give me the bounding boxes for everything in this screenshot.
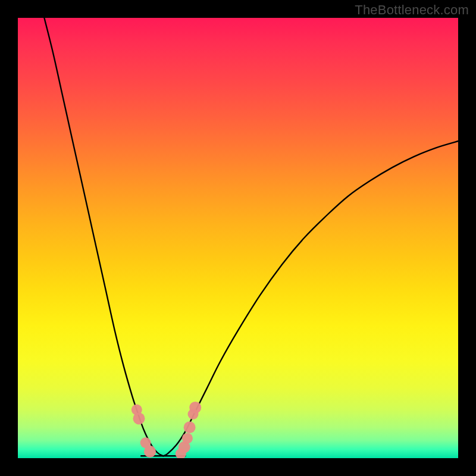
curve-left-branch	[44, 18, 163, 456]
data-marker	[189, 402, 201, 414]
data-marker	[182, 433, 193, 444]
data-marker	[144, 446, 156, 458]
data-markers	[131, 402, 201, 458]
chart-frame: TheBottleneck.com	[0, 0, 476, 476]
data-marker	[133, 412, 145, 424]
curve-layer	[18, 18, 458, 458]
watermark-text: TheBottleneck.com	[355, 2, 469, 18]
plot-area	[18, 18, 458, 458]
data-marker	[184, 421, 196, 433]
curve-right-branch	[163, 141, 458, 456]
